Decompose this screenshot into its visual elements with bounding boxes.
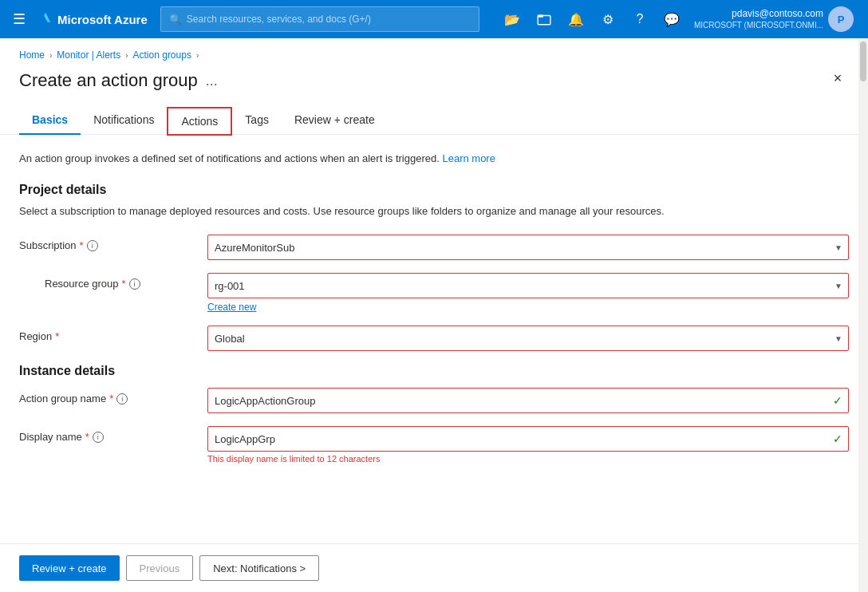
- region-label: Region: [19, 330, 52, 342]
- tab-review-create[interactable]: Review + create: [282, 107, 388, 135]
- action-group-name-input-col: ✓: [207, 388, 849, 413]
- action-group-name-row: Action group name * i ✓: [19, 388, 849, 413]
- subscription-input-col: AzureMonitorSub ▼: [207, 235, 849, 260]
- subscription-dropdown[interactable]: AzureMonitorSub: [207, 235, 849, 260]
- search-bar[interactable]: 🔍 Search resources, services, and docs (…: [160, 6, 479, 32]
- azure-logo-icon: [35, 11, 51, 27]
- tab-notifications[interactable]: Notifications: [81, 107, 167, 135]
- footer: Review + create Previous Next: Notificat…: [0, 543, 868, 592]
- learn-more-link[interactable]: Learn more: [442, 152, 495, 164]
- resource-group-dropdown[interactable]: rg-001: [207, 273, 849, 298]
- resource-group-required: *: [122, 278, 126, 290]
- region-input-col: Global ▼: [207, 326, 849, 351]
- subscription-dropdown-wrapper: AzureMonitorSub ▼: [207, 235, 849, 260]
- action-group-name-check-icon: ✓: [833, 394, 842, 407]
- breadcrumb: Home › Monitor | Alerts › Action groups …: [0, 38, 868, 67]
- page-title: Create an action group: [19, 70, 198, 91]
- project-details-desc: Select a subscription to manage deployed…: [19, 203, 849, 219]
- region-dropdown-wrapper: Global ▼: [207, 326, 849, 351]
- display-name-check-icon: ✓: [833, 432, 842, 445]
- display-name-label-col: Display name * i: [19, 426, 195, 443]
- scrollbar-thumb[interactable]: [860, 41, 866, 81]
- breadcrumb-action-groups[interactable]: Action groups: [133, 49, 191, 61]
- tab-tags[interactable]: Tags: [232, 107, 282, 135]
- user-avatar: P: [828, 6, 854, 32]
- topbar: ☰ Microsoft Azure 🔍 Search resources, se…: [0, 0, 868, 38]
- project-details-title: Project details: [19, 183, 849, 197]
- directory-icon[interactable]: [530, 5, 558, 34]
- user-name: pdavis@contoso.com: [694, 8, 823, 21]
- display-name-required: *: [85, 431, 89, 443]
- breadcrumb-home[interactable]: Home: [19, 49, 45, 61]
- resource-group-input-col: rg-001 ▼ Create new: [207, 273, 849, 313]
- page-header: Create an action group ... ×: [0, 67, 868, 91]
- tab-bar: Basics Notifications Actions Tags Review…: [0, 91, 868, 135]
- breadcrumb-sep-3: ›: [196, 51, 199, 60]
- tab-actions[interactable]: Actions: [167, 107, 232, 136]
- display-name-label: Display name: [19, 431, 82, 443]
- subscription-label-col: Subscription * i: [19, 235, 195, 251]
- subscription-required: *: [80, 239, 84, 251]
- review-create-button[interactable]: Review + create: [19, 555, 120, 581]
- action-group-name-input[interactable]: [207, 388, 849, 413]
- close-button[interactable]: ×: [827, 67, 849, 89]
- breadcrumb-monitor[interactable]: Monitor | Alerts: [57, 49, 120, 61]
- user-menu[interactable]: pdavis@contoso.com MICROSOFT (MICROSOFT.…: [689, 6, 858, 32]
- subscription-label: Subscription: [19, 239, 77, 251]
- svg-rect-1: [538, 14, 543, 17]
- user-org: MICROSOFT (MICROSOFT.ONMI...: [694, 20, 823, 30]
- subscription-info-icon[interactable]: i: [87, 240, 98, 251]
- subscription-row: Subscription * i AzureMonitorSub ▼: [19, 235, 849, 260]
- breadcrumb-sep-1: ›: [49, 51, 52, 60]
- display-name-row: Display name * i ✓ This display name is …: [19, 426, 849, 464]
- region-row: Region * Global ▼: [19, 326, 849, 351]
- help-icon[interactable]: ?: [625, 5, 654, 34]
- next-button[interactable]: Next: Notifications >: [199, 555, 319, 581]
- instance-details-title: Instance details: [19, 364, 849, 378]
- breadcrumb-sep-2: ›: [125, 51, 128, 60]
- topbar-icons: ️📂 🔔 ⚙ ? 💬 pdavis@contoso.com MICROSOFT …: [498, 5, 858, 34]
- scrollbar-track[interactable]: [858, 38, 868, 592]
- resource-group-dropdown-wrapper: rg-001 ▼: [207, 273, 849, 298]
- resource-group-row: Resource group * i rg-001 ▼ Create new: [19, 273, 849, 313]
- tab-basics[interactable]: Basics: [19, 107, 81, 135]
- action-group-name-label-col: Action group name * i: [19, 388, 195, 405]
- settings-icon[interactable]: ⚙: [594, 5, 622, 34]
- resource-group-label: Resource group: [45, 278, 119, 290]
- display-name-wrapper: ✓: [207, 426, 849, 452]
- more-options-icon[interactable]: ...: [206, 73, 218, 89]
- region-required: *: [55, 330, 59, 342]
- action-group-name-wrapper: ✓: [207, 388, 849, 413]
- search-icon: 🔍: [169, 14, 182, 26]
- azure-logo: Microsoft Azure: [35, 11, 148, 27]
- region-label-col: Region *: [19, 326, 195, 342]
- resource-group-label-col: Resource group * i: [19, 273, 195, 290]
- form-content: An action group invokes a defined set of…: [0, 135, 868, 543]
- display-name-input[interactable]: [207, 426, 849, 452]
- hamburger-menu[interactable]: ☰: [10, 7, 29, 31]
- form-description: An action group invokes a defined set of…: [19, 151, 849, 167]
- display-name-info-icon[interactable]: i: [93, 432, 104, 443]
- main-content: Home › Monitor | Alerts › Action groups …: [0, 38, 868, 592]
- logo-text: Microsoft Azure: [57, 13, 148, 26]
- previous-button[interactable]: Previous: [126, 555, 194, 581]
- region-dropdown[interactable]: Global: [207, 326, 849, 351]
- action-group-name-required: *: [109, 393, 113, 405]
- resource-group-info-icon[interactable]: i: [129, 278, 140, 290]
- notifications-icon[interactable]: 🔔: [562, 5, 590, 34]
- display-name-hint: This display name is limited to 12 chara…: [207, 454, 849, 464]
- feedback-icon[interactable]: 💬: [657, 5, 686, 34]
- search-placeholder: Search resources, services, and docs (G+…: [187, 14, 371, 25]
- action-group-name-label: Action group name: [19, 393, 106, 405]
- display-name-input-col: ✓ This display name is limited to 12 cha…: [207, 426, 849, 464]
- cloud-shell-icon[interactable]: ️📂: [498, 5, 527, 34]
- create-new-link[interactable]: Create new: [207, 302, 256, 313]
- action-group-name-info-icon[interactable]: i: [116, 393, 128, 405]
